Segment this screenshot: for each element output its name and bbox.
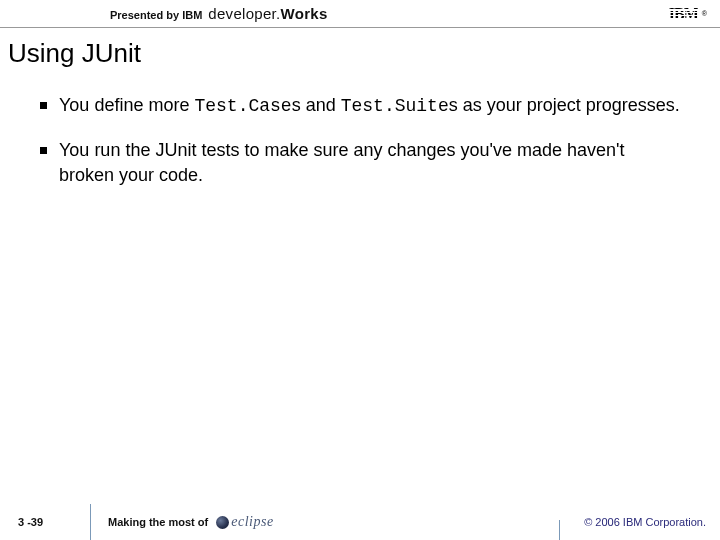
text-run: You define more — [59, 95, 194, 115]
code-run: Test.Suite — [341, 96, 449, 116]
slide: Presented by IBM developer.Works IBM ® U… — [0, 0, 720, 540]
text-run: s and — [292, 95, 341, 115]
footer-divider-right — [559, 520, 560, 540]
brand-light: developer. — [208, 5, 280, 22]
footer-tagline: Making the most of eclipse — [108, 514, 274, 530]
ibm-logo: IBM ® — [669, 5, 706, 23]
registered-mark: ® — [702, 10, 706, 17]
slide-number: 3 -39 — [18, 516, 43, 528]
presented-by-label: Presented by IBM — [110, 9, 202, 21]
brand-bold: Works — [281, 5, 328, 22]
list-item: You run the JUnit tests to make sure any… — [40, 138, 680, 187]
text-run: s as your project progresses. — [449, 95, 680, 115]
slide-title: Using JUnit — [0, 28, 720, 75]
footer-tagline-text: Making the most of — [108, 516, 208, 528]
bullet-text: You run the JUnit tests to make sure any… — [59, 138, 680, 187]
list-item: You define more Test.Cases and Test.Suit… — [40, 93, 680, 118]
ibm-logo-bars: IBM — [669, 5, 698, 23]
slide-header: Presented by IBM developer.Works IBM ® — [0, 0, 720, 28]
eclipse-wordmark: eclipse — [231, 514, 273, 530]
code-run: Test.Case — [194, 96, 291, 116]
bullet-square-icon — [40, 147, 47, 154]
footer-divider-left — [90, 504, 91, 540]
copyright-label: © 2006 IBM Corporation. — [584, 516, 706, 528]
bullet-text: You define more Test.Cases and Test.Suit… — [59, 93, 680, 118]
eclipse-logo: eclipse — [216, 514, 273, 530]
bullet-square-icon — [40, 102, 47, 109]
header-left: Presented by IBM developer.Works — [110, 5, 669, 22]
slide-body: You define more Test.Cases and Test.Suit… — [0, 75, 720, 187]
developerworks-brand: developer.Works — [208, 5, 327, 22]
eclipse-ball-icon — [216, 516, 229, 529]
